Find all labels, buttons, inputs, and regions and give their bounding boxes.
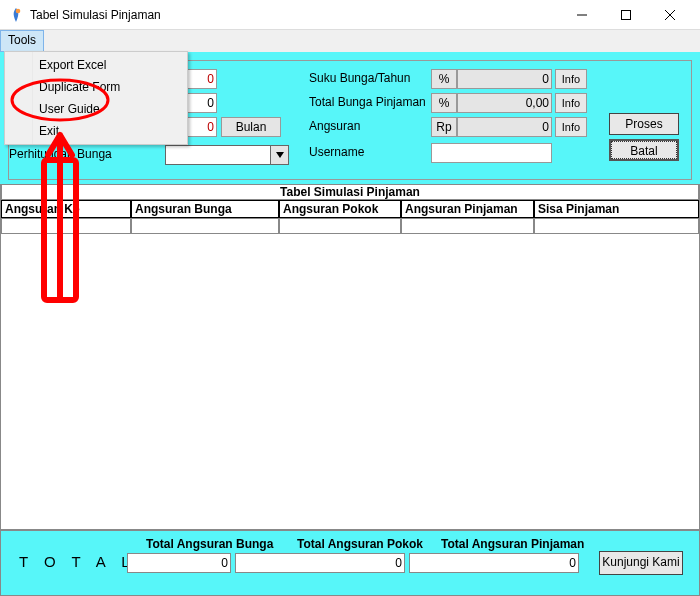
- titlebar: Tabel Simulasi Pinjaman: [0, 0, 700, 30]
- pct-unit-2: %: [431, 93, 457, 113]
- close-button[interactable]: [648, 1, 692, 29]
- minimize-button[interactable]: [560, 1, 604, 29]
- th-angsuran-bunga: Angsuran Bunga: [131, 200, 279, 218]
- table-row: [1, 218, 699, 234]
- menu-user-guide[interactable]: User Guide: [5, 98, 187, 120]
- angsuran-value: 0: [457, 117, 552, 137]
- th-angsuran-pinjaman: Angsuran Pinjaman: [401, 200, 534, 218]
- menu-exit[interactable]: Exit: [5, 120, 187, 142]
- jangka-unit-label: Bulan: [221, 117, 281, 137]
- table-header-row: Angsuran Ke Angsuran Bunga Angsuran Poko…: [1, 200, 699, 218]
- info-button-2[interactable]: Info: [555, 93, 587, 113]
- username-input[interactable]: [431, 143, 552, 163]
- angsuran-label: Angsuran: [309, 119, 360, 133]
- footer-v3: 0: [409, 553, 579, 573]
- proses-button[interactable]: Proses: [609, 113, 679, 135]
- th-angsuran-ke: Angsuran Ke: [1, 200, 131, 218]
- menu-duplicate-form[interactable]: Duplicate Form: [5, 76, 187, 98]
- total-bunga-value: 0,00: [457, 93, 552, 113]
- chevron-down-icon: [270, 146, 288, 164]
- footer: T O T A L Total Angsuran Bunga Total Ang…: [0, 530, 700, 596]
- batal-button[interactable]: Batal: [609, 139, 679, 161]
- menu-tools[interactable]: Tools: [0, 30, 44, 52]
- footer-v2: 0: [235, 553, 405, 573]
- tools-dropdown: Export Excel Duplicate Form User Guide E…: [4, 51, 188, 145]
- perhitungan-label: Perhitungan Bunga: [9, 147, 112, 161]
- app-icon: [8, 7, 24, 23]
- info-button-3[interactable]: Info: [555, 117, 587, 137]
- username-label: Username: [309, 145, 364, 159]
- footer-h1: Total Angsuran Bunga: [146, 537, 273, 551]
- kunjungi-button[interactable]: Kunjungi Kami: [599, 551, 683, 575]
- table-title: Tabel Simulasi Pinjaman: [1, 184, 699, 200]
- maximize-button[interactable]: [604, 1, 648, 29]
- menu-export-excel[interactable]: Export Excel: [5, 54, 187, 76]
- total-bunga-label: Total Bunga Pinjaman: [309, 95, 426, 109]
- th-sisa-pinjaman: Sisa Pinjaman: [534, 200, 699, 218]
- footer-h3: Total Angsuran Pinjaman: [441, 537, 584, 551]
- info-button-1[interactable]: Info: [555, 69, 587, 89]
- suku-value: 0: [457, 69, 552, 89]
- th-angsuran-pokok: Angsuran Pokok: [279, 200, 401, 218]
- total-label: T O T A L: [19, 553, 136, 570]
- table-area: Tabel Simulasi Pinjaman Angsuran Ke Angs…: [0, 184, 700, 530]
- suku-label: Suku Bunga/Tahun: [309, 71, 410, 85]
- pct-unit-1: %: [431, 69, 457, 89]
- menubar: Tools: [0, 30, 700, 52]
- footer-h2: Total Angsuran Pokok: [297, 537, 423, 551]
- perhitungan-select[interactable]: [165, 145, 289, 165]
- svg-point-0: [16, 8, 21, 13]
- window-title: Tabel Simulasi Pinjaman: [30, 8, 560, 22]
- svg-rect-2: [622, 10, 631, 19]
- footer-v1: 0: [127, 553, 231, 573]
- rp-unit: Rp: [431, 117, 457, 137]
